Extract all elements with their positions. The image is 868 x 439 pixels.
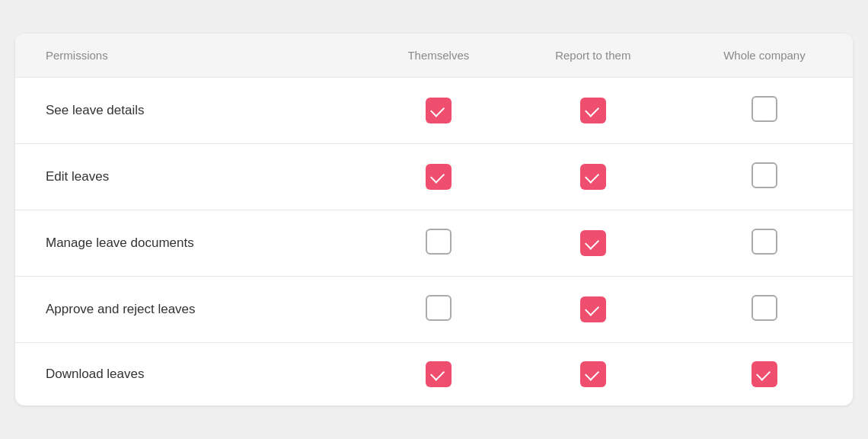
permissions-table-container: Permissions Themselves Report to them Wh… [15,34,853,405]
checkbox-cell-themselves-4[interactable] [367,343,510,406]
checkbox-cell-themselves-2[interactable] [367,210,510,277]
permission-label: Download leaves [15,343,367,406]
checkbox-unchecked-icon[interactable] [752,162,777,188]
checkbox-checked-icon[interactable] [580,98,606,123]
checkbox-cell-report_to_them-1[interactable] [510,144,676,210]
header-whole-company: Whole company [676,34,853,78]
header-report-to-them: Report to them [510,34,676,78]
checkbox-unchecked-icon[interactable] [752,295,777,321]
checkbox-checked-icon[interactable] [426,164,452,190]
checkbox-checked-icon[interactable] [580,296,606,322]
permission-label: Edit leaves [15,144,367,210]
checkbox-cell-whole_company-3[interactable] [676,277,853,343]
table-row: Manage leave documents [15,210,853,277]
checkbox-cell-whole_company-4[interactable] [676,343,853,406]
checkbox-cell-whole_company-0[interactable] [676,78,853,144]
checkbox-cell-report_to_them-4[interactable] [510,343,676,406]
header-themselves: Themselves [367,34,510,78]
checkbox-unchecked-icon[interactable] [752,96,777,122]
checkbox-cell-themselves-1[interactable] [367,144,510,210]
checkbox-cell-whole_company-2[interactable] [676,210,853,277]
table-row: See leave details [15,78,853,144]
checkbox-checked-icon[interactable] [426,98,452,123]
checkbox-checked-icon[interactable] [580,164,606,190]
table-row: Edit leaves [15,144,853,210]
checkbox-unchecked-icon[interactable] [752,229,777,255]
checkbox-cell-report_to_them-3[interactable] [510,277,676,343]
checkbox-unchecked-icon[interactable] [426,229,452,255]
checkbox-checked-icon[interactable] [580,361,606,387]
permissions-table: Permissions Themselves Report to them Wh… [15,34,853,405]
checkbox-cell-report_to_them-0[interactable] [510,78,676,144]
permission-label: Manage leave documents [15,210,367,277]
checkbox-checked-icon[interactable] [426,361,452,387]
permission-label: See leave details [15,78,367,144]
checkbox-cell-whole_company-1[interactable] [676,144,853,210]
checkbox-cell-report_to_them-2[interactable] [510,210,676,277]
table-header-row: Permissions Themselves Report to them Wh… [15,34,853,78]
table-row: Download leaves [15,343,853,406]
checkbox-unchecked-icon[interactable] [426,295,452,321]
checkbox-cell-themselves-3[interactable] [367,277,510,343]
checkbox-checked-icon[interactable] [580,230,606,256]
checkbox-cell-themselves-0[interactable] [367,78,510,144]
header-permissions: Permissions [15,34,367,78]
checkbox-checked-icon[interactable] [752,361,777,387]
permission-label: Approve and reject leaves [15,277,367,343]
table-row: Approve and reject leaves [15,277,853,343]
